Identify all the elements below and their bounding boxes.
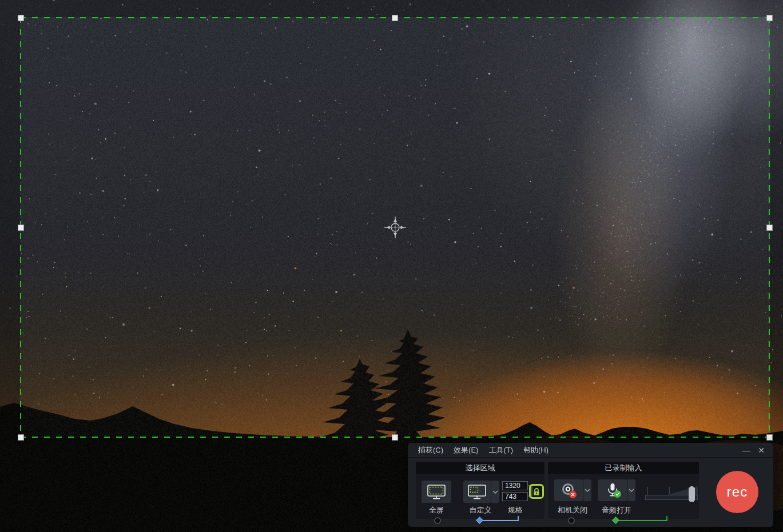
menu-capture[interactable]: 捕获(C)	[413, 443, 448, 458]
dimensions-label: 规格	[499, 505, 531, 515]
menu-effects[interactable]: 效果(E)	[448, 443, 483, 458]
record-button[interactable]: rec	[716, 471, 758, 513]
selection-handle-bottom-right[interactable]	[766, 434, 773, 441]
camera-indicator[interactable]	[568, 517, 575, 524]
chevron-down-icon	[629, 489, 634, 492]
select-area-title: 选择区域	[416, 462, 544, 474]
custom-indicator-connector-tail	[518, 516, 519, 520]
selection-handle-bottom-left[interactable]	[18, 434, 24, 441]
selection-handle-mid-right[interactable]	[766, 225, 773, 231]
desktop-screen: 捕获(C) 效果(E) 工具(T) 帮助(H) — ✕ 选择区域 全屏	[0, 0, 783, 532]
audio-toggle-button[interactable]	[598, 479, 627, 501]
chevron-down-icon	[492, 490, 498, 494]
minimize-icon[interactable]: —	[741, 446, 752, 455]
selection-handle-top-right[interactable]	[766, 15, 773, 21]
monitor-custom-icon	[467, 484, 487, 500]
custom-indicator-connector	[483, 520, 519, 521]
aspect-lock-button[interactable]	[529, 484, 544, 499]
fullscreen-indicator[interactable]	[434, 517, 441, 524]
close-icon[interactable]: ✕	[756, 446, 766, 455]
camera-status-label: 相机关闭	[549, 505, 596, 515]
move-crosshair-icon[interactable]	[383, 215, 408, 240]
record-button-label: rec	[727, 484, 748, 500]
audio-indicator-connector-tail	[666, 516, 667, 520]
selection-handle-bottom-center[interactable]	[392, 434, 398, 441]
recorded-inputs-title: 已录制输入	[548, 462, 699, 474]
width-input[interactable]	[502, 481, 528, 490]
select-area-panel: 选择区域 全屏	[416, 462, 544, 519]
selection-handle-mid-left[interactable]	[18, 225, 24, 231]
audio-status-label: 音频打开	[593, 505, 640, 515]
audio-dropdown[interactable]	[627, 479, 635, 501]
selection-handle-top-left[interactable]	[18, 15, 24, 21]
audio-indicator-connector	[619, 520, 667, 521]
recorder-window: 捕获(C) 效果(E) 工具(T) 帮助(H) — ✕ 选择区域 全屏	[408, 443, 773, 527]
camera-dropdown[interactable]	[583, 479, 591, 501]
camera-off-badge	[569, 491, 577, 498]
selection-handle-top-center[interactable]	[392, 15, 398, 21]
fullscreen-button[interactable]	[422, 481, 451, 503]
camera-toggle-button[interactable]	[554, 479, 583, 501]
audio-on-badge	[614, 490, 621, 498]
custom-area-label: 自定义	[460, 505, 500, 515]
height-input[interactable]	[502, 492, 528, 501]
audio-level-slider-handle[interactable]	[689, 486, 695, 502]
custom-area-button[interactable]	[463, 481, 491, 503]
custom-area-dropdown[interactable]	[491, 481, 499, 503]
recorded-inputs-panel: 已录制输入 相机关闭	[548, 462, 699, 519]
chevron-down-icon	[585, 489, 590, 492]
monitor-fullscreen-icon	[427, 484, 446, 500]
menu-tools[interactable]: 工具(T)	[483, 443, 518, 458]
menu-help[interactable]: 帮助(H)	[518, 443, 554, 458]
menu-bar: 捕获(C) 效果(E) 工具(T) 帮助(H) — ✕	[408, 443, 773, 458]
lock-icon	[533, 488, 540, 495]
audio-level-meter	[645, 483, 698, 502]
fullscreen-label: 全屏	[417, 505, 456, 515]
